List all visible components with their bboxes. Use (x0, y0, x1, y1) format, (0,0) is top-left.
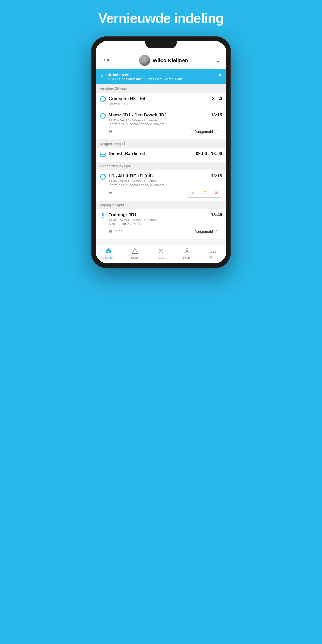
event-address-h1: Pierre de Coubertinlaan 55-A, Almere (109, 183, 222, 187)
event-time-2: 13:15 (211, 113, 222, 118)
section-header-donderdag: Donderdag 26 april (96, 162, 226, 170)
svg-point-24 (213, 252, 214, 253)
avatar[interactable] (139, 55, 150, 66)
event-main-row-bardienst: Dienst: Bardienst 09:00 - 13:00 (109, 151, 222, 156)
svg-point-18 (109, 230, 111, 232)
event-main-row-h1: H1 - AH & BC H1 (uit) 13:15 (109, 173, 222, 179)
event-title-bardienst: Dienst: Bardienst (109, 151, 145, 156)
nav-teams-label: Teams (131, 256, 139, 259)
nav-club-label: Club (158, 256, 164, 259)
rsvp-no-button[interactable]: ✕ (210, 188, 222, 197)
meer-icon (210, 248, 216, 255)
event-time-bardienst: 09:00 - 13:00 (196, 151, 222, 156)
section-header-morgen: Morgen 25 april (96, 140, 226, 148)
profiel-icon (184, 248, 190, 255)
event-title-training: Training: JD1 (109, 212, 137, 218)
event-content-bardienst: Dienst: Bardienst 09:00 - 13:00 (109, 151, 222, 156)
club-icon (158, 248, 164, 255)
match-icon-2 (100, 113, 106, 120)
nav-teams[interactable]: Teams (127, 248, 143, 259)
svg-point-16 (111, 192, 112, 193)
event-players-row: 12/23 Aangemeld ✓ (109, 127, 222, 136)
event-main-row: Gooische H3 - H4 3 - 4 (109, 96, 222, 102)
svg-rect-9 (101, 153, 105, 157)
event-address: Pierre de Coubertinlaan 55-A, Almere (109, 122, 222, 126)
event-content-2: Mees: JD1 - Den Bosch JD2 13:15 11:45 - … (109, 113, 222, 136)
event-row-training: Training: JD1 13:45 11:45 - Veld 4 - Wat… (100, 212, 222, 236)
event-players-row-training: 12/23 Aangemeld ✓ (109, 227, 222, 236)
event-title-h1: H1 - AH & BC H1 (uit) (109, 173, 153, 179)
rsvp-aangemeld-training-button[interactable]: Aangemeld ✓ (190, 227, 222, 236)
nav-club[interactable]: Club (153, 248, 169, 259)
nav-profiel-label: Profiel (183, 256, 191, 259)
event-row-bardienst: Dienst: Bardienst 09:00 - 13:00 (100, 151, 222, 159)
event-score: 3 - 4 (212, 96, 222, 102)
news-close-x-icon: ✕ (100, 73, 104, 79)
match-icon-h1 (100, 174, 106, 181)
scoreboard-icon[interactable]: 1:0 (101, 57, 112, 64)
svg-point-7 (109, 130, 111, 132)
header-user: Wilco Kleijnen (139, 55, 188, 66)
news-title: Clubnieuws: (106, 73, 184, 77)
news-banner: ✕ Clubnieuws: Clubhuis gesloten t/m 31 a… (96, 69, 226, 84)
nav-meer-label: Meer (210, 256, 216, 259)
event-item-h1: H1 - AH & BC H1 (uit) 13:15 11:45 - Veld… (96, 170, 226, 201)
section-header-today: Vandaag 24 april (96, 84, 226, 93)
news-text: Clubnieuws: Clubhuis gesloten t/m 31 apr… (106, 73, 184, 81)
phone-shell: 1:0 Wilco Kleijnen (91, 36, 231, 268)
event-title: Gooische H3 - H4 (109, 96, 145, 101)
news-dismiss-button[interactable]: ✕ (218, 73, 222, 78)
section-header-vrijdag: Vrijdag 27 april (96, 201, 226, 209)
event-title-2: Mees: JD1 - Den Bosch JD2 (109, 113, 167, 118)
event-players-h1: 12/23 (109, 191, 122, 195)
event-address-training: Straatnaam 23, Plaats (109, 222, 222, 226)
event-item-gooische: Gooische H3 - H4 3 - 4 Starttijd 10:30 (96, 93, 226, 109)
svg-point-8 (111, 130, 112, 132)
rsvp-maybe-button[interactable]: ? (199, 188, 210, 197)
phone-wrapper: 1:0 Wilco Kleijnen (91, 36, 231, 268)
nav-meer[interactable]: Meer (206, 248, 221, 259)
event-time-training: 13:45 (211, 212, 222, 218)
event-content: Gooische H3 - H4 3 - 4 Starttijd 10:30 (109, 96, 222, 106)
nav-profiel[interactable]: Profiel (179, 248, 195, 259)
svg-point-15 (109, 192, 111, 193)
rsvp-options: ✓ ? ✕ (187, 188, 222, 198)
event-main-row-2: Mees: JD1 - Den Bosch JD2 13:15 (109, 113, 222, 118)
phone-notch (145, 41, 177, 48)
event-row-h1: H1 - AH & BC H1 (uit) 13:15 11:45 - Veld… (100, 173, 222, 198)
event-row: Mees: JD1 - Den Bosch JD2 13:15 11:45 - … (100, 113, 222, 136)
event-players-training: 12/23 (109, 230, 122, 234)
bottom-spacer (96, 240, 226, 245)
event-detail1-training: 11:45 - Veld 4 - Water - Uittenue (109, 218, 222, 222)
nav-home[interactable]: Home (101, 248, 116, 259)
match-icon (100, 96, 106, 103)
news-body: Clubhuis gesloten t/m 31 april i.v.m. ve… (106, 77, 184, 81)
svg-point-25 (215, 252, 216, 253)
avatar-image (139, 55, 150, 66)
phone-screen: 1:0 Wilco Kleijnen (96, 41, 226, 263)
svg-point-17 (102, 213, 104, 215)
filter-icon[interactable] (215, 57, 221, 64)
page-headline: Vernieuwde indeling (98, 10, 224, 26)
event-detail1: 11:45 - Veld 4 - Water - Uittenue (109, 118, 222, 122)
event-content-h1: H1 - AH & BC H1 (uit) 13:15 11:45 - Veld… (109, 173, 222, 198)
event-row: Gooische H3 - H4 3 - 4 Starttijd 10:30 (100, 96, 222, 106)
user-name: Wilco Kleijnen (153, 58, 188, 64)
svg-point-22 (186, 249, 188, 251)
teams-icon (132, 248, 138, 255)
training-icon (100, 213, 106, 220)
rsvp-yes-button[interactable]: ✓ (187, 188, 199, 197)
svg-point-19 (111, 230, 112, 232)
event-item-bardienst: Dienst: Bardienst 09:00 - 13:00 (96, 148, 226, 162)
rsvp-aangemeld-button[interactable]: Aangemeld ✓ (190, 127, 222, 136)
svg-point-23 (210, 252, 212, 253)
event-time-h1: 13:15 (211, 173, 222, 179)
event-item-mees: Mees: JD1 - Den Bosch JD2 13:15 11:45 - … (96, 109, 226, 140)
news-banner-left: ✕ Clubnieuws: Clubhuis gesloten t/m 31 a… (100, 73, 184, 81)
event-detail1-h1: 11:45 - Veld 4 - Water - Uittenue (109, 179, 222, 183)
nav-home-label: Home (105, 256, 113, 259)
event-subtitle: Starttijd 10:30 (109, 102, 222, 106)
dienst-icon (100, 152, 106, 159)
bottom-nav: Home Teams (96, 245, 226, 263)
event-players-row-h1: 12/23 ✓ ? ✕ (109, 188, 222, 198)
